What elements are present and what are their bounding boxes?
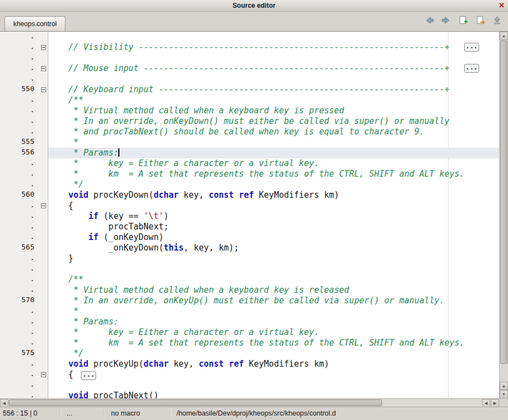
code-text[interactable]: }	[48, 253, 499, 264]
code-line[interactable]: 570 * In an override, onKeyUp() must eit…	[0, 296, 499, 306]
code-area[interactable]: .. // Visibility -----------------------…	[0, 31, 499, 398]
code-text[interactable]: if (key == '\t')	[48, 211, 499, 222]
code-text[interactable]: */	[48, 348, 499, 359]
code-line[interactable]: . if (_onKeyDown)	[0, 232, 499, 243]
code-line[interactable]: . // Mouse input -----------------------…	[0, 63, 499, 74]
code-line[interactable]: . */	[0, 179, 499, 190]
code-text[interactable]: *	[48, 137, 499, 148]
scroll-up-button[interactable]: ▲	[500, 32, 508, 40]
code-text[interactable]: void procKeyDown(dchar key, const ref Ke…	[48, 190, 499, 201]
load-document-icon[interactable]	[475, 16, 486, 25]
code-text[interactable]	[48, 32, 499, 42]
code-text[interactable]: if (_onKeyDown)	[48, 232, 499, 243]
next-icon[interactable]	[441, 16, 452, 25]
code-line[interactable]: .	[0, 32, 499, 42]
code-line[interactable]: .	[0, 53, 499, 63]
collapsed-fold-button[interactable]: ...	[464, 43, 479, 52]
fold-toggle-icon[interactable]	[41, 87, 46, 92]
code-text[interactable]	[48, 53, 499, 63]
code-line[interactable]: . * key = Either a character or a virtua…	[0, 158, 499, 169]
code-line[interactable]: 555 *	[0, 137, 499, 148]
code-text[interactable]: * Virtual method called when a keyboard …	[48, 106, 499, 116]
code-line[interactable]: 575 */	[0, 348, 499, 359]
code-text[interactable]: {...	[48, 369, 499, 380]
code-line[interactable]: . *	[0, 306, 499, 317]
code-line[interactable]: . * km = A set that represents the statu…	[0, 169, 499, 179]
code-line[interactable]: . * Params:	[0, 317, 499, 327]
code-text[interactable]: {	[48, 201, 499, 211]
code-line[interactable]: . }	[0, 253, 499, 264]
code-line[interactable]: . * Virtual method called when a keyboar…	[0, 285, 499, 296]
fold-toggle-icon[interactable]	[41, 66, 46, 71]
code-text[interactable]: * key = Either a character or a virtual …	[48, 327, 499, 338]
collapsed-fold-button[interactable]: ...	[464, 64, 479, 73]
scroll-left-button[interactable]: ◀	[482, 399, 490, 407]
code-text[interactable]	[48, 74, 499, 84]
code-text[interactable]: * Params:	[48, 317, 499, 327]
code-line[interactable]: .	[0, 74, 499, 84]
code-text[interactable]: // Mouse input -------------------------…	[48, 63, 499, 74]
new-document-icon[interactable]	[458, 16, 469, 25]
code-line[interactable]: . * km = A set that represents the statu…	[0, 338, 499, 348]
code-text[interactable]: * km = A set that represents the status …	[48, 169, 499, 179]
code-text[interactable]: /**	[48, 274, 499, 285]
previous-icon[interactable]	[424, 16, 435, 25]
code-line[interactable]: .	[0, 380, 499, 391]
code-line[interactable]: . {	[0, 201, 499, 211]
scroll-right-button[interactable]: ▶	[491, 399, 499, 407]
scroll-up-button[interactable]: ▲	[500, 382, 508, 390]
detach-icon[interactable]	[492, 16, 504, 25]
code-text[interactable]: void procKeyUp(dchar key, const ref KeyM…	[48, 359, 499, 369]
code-text[interactable]: * Params:	[48, 148, 499, 158]
code-line[interactable]: . /**	[0, 274, 499, 285]
vertical-scroll-thumb[interactable]	[500, 41, 507, 364]
fold-toggle-icon[interactable]	[41, 372, 46, 377]
code-line[interactable]: . /**	[0, 95, 499, 106]
fold-toggle-icon[interactable]	[41, 45, 46, 50]
code-line[interactable]: 565 _onKeyDown(this, key, km);	[0, 243, 499, 253]
code-line[interactable]: . * Virtual method called when a keyboar…	[0, 106, 499, 116]
vertical-scrollbar[interactable]: ▲ ▲ ▼	[499, 31, 508, 398]
code-line[interactable]: 560 void procKeyDown(dchar key, const re…	[0, 190, 499, 201]
line-number: .	[0, 116, 36, 127]
code-line[interactable]: . * and procTabNext() should be called w…	[0, 127, 499, 137]
code-text[interactable]: * Virtual method called when a keyboard …	[48, 285, 499, 296]
horizontal-scroll-thumb[interactable]	[9, 399, 382, 406]
close-icon[interactable]: ✕	[499, 0, 505, 11]
code-line[interactable]: . void procTabNext()	[0, 391, 499, 398]
code-text[interactable]	[48, 380, 499, 391]
code-text[interactable]: _onKeyDown(this, key, km);	[48, 243, 499, 253]
horizontal-scrollbar[interactable]: ◀ ◀ ▶	[0, 398, 499, 407]
code-line[interactable]: . procTabNext;	[0, 222, 499, 232]
code-line[interactable]: . * key = Either a character or a virtua…	[0, 327, 499, 338]
code-line[interactable]: . // Visibility ------------------------…	[0, 42, 499, 53]
code-text[interactable]: * km = A set that represents the status …	[48, 338, 499, 348]
window-title: Source editor	[233, 2, 275, 9]
code-text[interactable]: * In an override, onKeyUp() must either …	[48, 296, 499, 306]
code-line[interactable]: 556 * Params:	[0, 148, 499, 158]
fold-toggle-icon[interactable]	[41, 203, 46, 208]
fold-margin	[36, 179, 48, 190]
code-text[interactable]: /**	[48, 95, 499, 106]
code-line[interactable]: . void procKeyUp(dchar key, const ref Ke…	[0, 359, 499, 369]
code-text[interactable]: // Keyboard input ----------------------…	[48, 84, 499, 95]
code-text[interactable]	[48, 264, 499, 274]
code-text[interactable]: */	[48, 179, 499, 190]
code-line[interactable]: . * In an override, onKeyDown() must eit…	[0, 116, 499, 127]
scroll-left-button[interactable]: ◀	[0, 399, 8, 407]
collapsed-fold-button[interactable]: ...	[81, 371, 96, 380]
code-text[interactable]: *	[48, 306, 499, 317]
code-text[interactable]: * In an override, onKeyDown() must eithe…	[48, 116, 499, 127]
code-line[interactable]: . if (key == '\t')	[0, 211, 499, 222]
code-text[interactable]: * key = Either a character or a virtual …	[48, 158, 499, 169]
code-text[interactable]: procTabNext;	[48, 222, 499, 232]
code-line[interactable]: .	[0, 264, 499, 274]
code-text[interactable]: void procTabNext()	[48, 391, 499, 398]
scroll-down-button[interactable]: ▼	[500, 390, 508, 398]
code-line[interactable]: . {...	[0, 369, 499, 380]
line-number: 565	[0, 243, 36, 253]
code-line[interactable]: 550 // Keyboard input ------------------…	[0, 84, 499, 95]
code-text[interactable]: * and procTabNext() should be called whe…	[48, 127, 499, 137]
tab-kheops-control[interactable]: kheops.control	[4, 16, 66, 31]
code-text[interactable]: // Visibility --------------------------…	[48, 42, 499, 53]
